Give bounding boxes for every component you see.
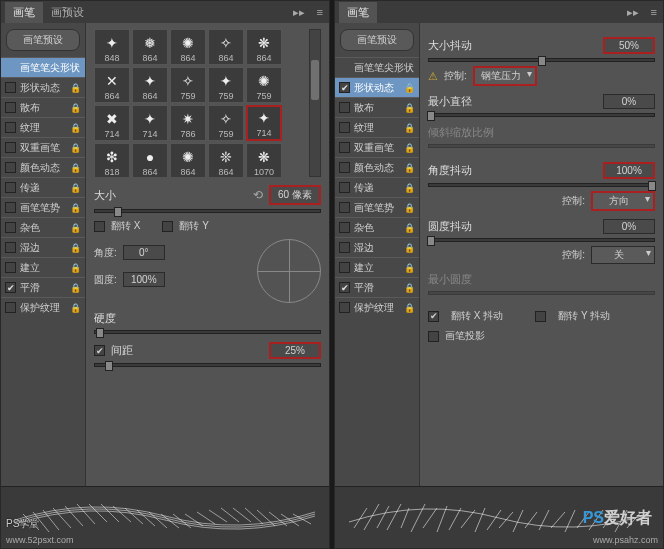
lock-icon[interactable]: 🔒	[70, 263, 81, 273]
brush-thumbnail[interactable]: ✺759	[246, 67, 282, 103]
lock-icon[interactable]: 🔒	[404, 123, 415, 133]
lock-icon[interactable]: 🔒	[70, 223, 81, 233]
sidebar-item-check-icon[interactable]	[339, 102, 350, 113]
brush-scrollbar[interactable]	[309, 29, 321, 177]
sidebar-item-check-icon[interactable]	[5, 102, 16, 113]
sidebar-item[interactable]: 颜色动态🔒	[1, 157, 85, 177]
spacing-checkbox[interactable]: ✔	[94, 345, 105, 356]
sidebar-item[interactable]: 画笔笔尖形状	[1, 57, 85, 77]
lock-icon[interactable]: 🔒	[404, 83, 415, 93]
tab-brush[interactable]: 画笔	[339, 2, 377, 23]
brush-thumbnail[interactable]: ✦714	[246, 105, 282, 141]
sidebar-item-check-icon[interactable]	[339, 262, 350, 273]
lock-icon[interactable]: 🔒	[70, 203, 81, 213]
brush-thumbnail[interactable]: ✧759	[170, 67, 206, 103]
sidebar-item-check-icon[interactable]	[5, 122, 16, 133]
sidebar-item[interactable]: 传递🔒	[1, 177, 85, 197]
sidebar-item-check-icon[interactable]	[5, 162, 16, 173]
lock-icon[interactable]: 🔒	[404, 143, 415, 153]
spacing-slider[interactable]	[94, 363, 321, 367]
brush-projection-checkbox[interactable]	[428, 331, 439, 342]
sidebar-item-check-icon[interactable]	[339, 242, 350, 253]
brush-thumbnail[interactable]: ✧864	[208, 29, 244, 65]
panel-menu-icon[interactable]: ≡	[645, 6, 663, 18]
lock-icon[interactable]: 🔒	[70, 243, 81, 253]
lock-icon[interactable]: 🔒	[404, 223, 415, 233]
sidebar-item[interactable]: 湿边🔒	[335, 237, 419, 257]
sidebar-item-check-icon[interactable]: ✔	[339, 82, 350, 93]
brush-thumbnail[interactable]: ✦714	[132, 105, 168, 141]
sidebar-item-check-icon[interactable]	[5, 82, 16, 93]
sidebar-item-check-icon[interactable]: ✔	[5, 282, 16, 293]
brush-preset-button[interactable]: 画笔预设	[340, 29, 414, 51]
sidebar-item[interactable]: 颜色动态🔒	[335, 157, 419, 177]
min-diameter-field[interactable]: 0%	[603, 94, 655, 109]
roundness-jitter-slider[interactable]	[428, 238, 655, 242]
brush-thumbnail[interactable]: ✦864	[132, 67, 168, 103]
brush-thumbnail[interactable]: ✺864	[170, 29, 206, 65]
flip-x-jitter-checkbox[interactable]: ✔	[428, 311, 439, 322]
angle-field[interactable]: 0°	[123, 245, 165, 260]
lock-icon[interactable]: 🔒	[404, 203, 415, 213]
angle-widget[interactable]	[257, 239, 321, 303]
hardness-slider[interactable]	[94, 330, 321, 334]
size-field[interactable]: 60 像素	[269, 185, 321, 205]
collapse-icon[interactable]: ▸▸	[621, 6, 645, 19]
sidebar-item[interactable]: 画笔笔势🔒	[335, 197, 419, 217]
sidebar-item[interactable]: 传递🔒	[335, 177, 419, 197]
brush-thumbnail[interactable]: ✖714	[94, 105, 130, 141]
lock-icon[interactable]: 🔒	[70, 83, 81, 93]
sidebar-item-check-icon[interactable]: ✔	[339, 282, 350, 293]
lock-icon[interactable]: 🔒	[70, 183, 81, 193]
brush-thumbnail[interactable]: ❇818	[94, 143, 130, 177]
brush-preset-button[interactable]: 画笔预设	[6, 29, 80, 51]
sidebar-item-check-icon[interactable]	[339, 302, 350, 313]
angle-jitter-slider[interactable]	[428, 183, 655, 187]
roundness-jitter-field[interactable]: 0%	[603, 219, 655, 234]
control-size-dropdown[interactable]: 钢笔压力	[473, 66, 537, 86]
sidebar-item[interactable]: ✔平滑🔒	[1, 277, 85, 297]
brush-thumbnail[interactable]: ❊864	[208, 143, 244, 177]
sidebar-item-check-icon[interactable]	[5, 242, 16, 253]
sidebar-item[interactable]: ✔平滑🔒	[335, 277, 419, 297]
sidebar-item-check-icon[interactable]	[5, 182, 16, 193]
flip-y-jitter-checkbox[interactable]	[535, 311, 546, 322]
sidebar-item[interactable]: 散布🔒	[335, 97, 419, 117]
brush-thumbnail[interactable]: ✺864	[170, 143, 206, 177]
lock-icon[interactable]: 🔒	[70, 163, 81, 173]
spacing-field[interactable]: 25%	[269, 342, 321, 359]
sidebar-item-check-icon[interactable]	[339, 182, 350, 193]
brush-thumbnail[interactable]: ✷786	[170, 105, 206, 141]
sidebar-item[interactable]: 形状动态🔒	[1, 77, 85, 97]
control-roundness-dropdown[interactable]: 关	[591, 246, 655, 264]
flip-x-checkbox[interactable]	[94, 221, 105, 232]
sidebar-item[interactable]: 散布🔒	[1, 97, 85, 117]
brush-thumbnail[interactable]: ✦759	[208, 67, 244, 103]
sidebar-item[interactable]: 杂色🔒	[1, 217, 85, 237]
lock-icon[interactable]: 🔒	[404, 243, 415, 253]
size-jitter-field[interactable]: 50%	[603, 37, 655, 54]
brush-thumbnail[interactable]: ❅864	[132, 29, 168, 65]
size-slider[interactable]	[94, 209, 321, 213]
lock-icon[interactable]: 🔒	[404, 103, 415, 113]
sidebar-item[interactable]: 画笔笔尖形状	[335, 57, 419, 77]
lock-icon[interactable]: 🔒	[404, 263, 415, 273]
sidebar-item-check-icon[interactable]	[339, 122, 350, 133]
lock-icon[interactable]: 🔒	[404, 283, 415, 293]
brush-thumbnail[interactable]: ❋864	[246, 29, 282, 65]
sidebar-item[interactable]: 湿边🔒	[1, 237, 85, 257]
angle-jitter-field[interactable]: 100%	[603, 162, 655, 179]
sidebar-item-check-icon[interactable]	[339, 162, 350, 173]
sidebar-item-check-icon[interactable]	[5, 202, 16, 213]
reset-size-icon[interactable]: ⟲	[253, 188, 263, 202]
flip-y-checkbox[interactable]	[162, 221, 173, 232]
roundness-field[interactable]: 100%	[123, 272, 165, 287]
tab-brush-presets[interactable]: 画预设	[43, 2, 92, 23]
brush-thumbnail[interactable]: ❋1070	[246, 143, 282, 177]
lock-icon[interactable]: 🔒	[70, 303, 81, 313]
panel-menu-icon[interactable]: ≡	[311, 6, 329, 18]
lock-icon[interactable]: 🔒	[70, 103, 81, 113]
collapse-icon[interactable]: ▸▸	[287, 6, 311, 19]
brush-thumbnail[interactable]: ✧759	[208, 105, 244, 141]
control-angle-dropdown[interactable]: 方向	[591, 191, 655, 211]
